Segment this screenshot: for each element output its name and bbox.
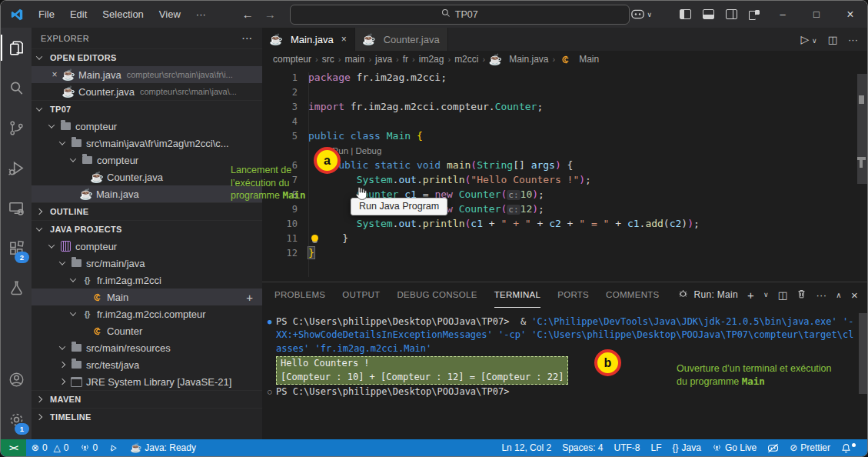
panel-more-icon[interactable]: ··· xyxy=(816,289,826,301)
code-line[interactable]: 3import fr.im2ag.m2cci.compteur.Counter; xyxy=(262,99,868,114)
jp-src-main-resources[interactable]: src/main/resources xyxy=(32,339,262,356)
split-editor-icon[interactable]: ◫ xyxy=(828,34,837,45)
prettier-status[interactable]: ⊘Prettier xyxy=(784,442,836,453)
indentation-status[interactable]: Spaces: 4 xyxy=(557,442,608,453)
tree-src-main-java-fr-im2ag-m2cci-c-[interactable]: src\main\java\fr\im2ag\m2cci\c... xyxy=(32,135,262,152)
terminal-dropdown-icon[interactable]: ∨ xyxy=(763,291,769,299)
maximize-panel-icon[interactable]: ∧ xyxy=(836,291,842,299)
breadcrumb-item[interactable]: java xyxy=(375,54,392,65)
code-line[interactable]: 10 System.out.println(c1 + " + " + c2 + … xyxy=(262,216,868,231)
jp-compteur[interactable]: compteur xyxy=(32,238,262,255)
close-tab-icon[interactable]: × xyxy=(341,34,347,45)
copilot-disabled-icon[interactable] xyxy=(762,443,784,453)
activity-settings[interactable]: 1 xyxy=(1,399,32,439)
menu-edit[interactable]: Edit xyxy=(63,6,94,22)
go-live-button[interactable]: Go Live xyxy=(707,442,762,454)
activity-run-debug[interactable] xyxy=(1,148,32,188)
toggle-secondary-sidebar-icon[interactable] xyxy=(720,4,743,25)
panel-tab-terminal[interactable]: TERMINAL xyxy=(494,282,541,308)
close-panel-icon[interactable]: × xyxy=(851,289,858,302)
breadcrumb-item[interactable]: im2ag xyxy=(419,54,444,65)
close-editor-icon[interactable]: × xyxy=(48,69,61,80)
activity-remote-explorer[interactable] xyxy=(1,188,32,228)
encoding-status[interactable]: UTF-8 xyxy=(609,442,646,453)
new-terminal-icon[interactable]: + xyxy=(747,289,754,302)
code-line[interactable]: 12} xyxy=(262,245,868,260)
jp-jre-system-library-javase-21-[interactable]: JRE System Library [JavaSE-21] xyxy=(32,373,262,390)
jp-fr-im2ag-m2cci-compteur[interactable]: {}fr.im2ag.m2cci.compteur xyxy=(32,305,262,322)
menu-file[interactable]: File xyxy=(32,6,62,22)
code-area[interactable]: 1package fr.im2ag.m2cci;23import fr.im2a… xyxy=(262,70,868,260)
lightbulb-icon[interactable] xyxy=(311,235,318,242)
tree-compteur[interactable]: compteur xyxy=(32,118,262,135)
menu-selection[interactable]: Selection xyxy=(95,6,150,22)
java-debug-icon[interactable] xyxy=(103,439,125,456)
forward-icon[interactable]: → xyxy=(264,8,276,21)
breadcrumb-item[interactable]: main xyxy=(344,54,364,65)
activity-testing[interactable] xyxy=(1,268,32,308)
panel-tab-problems[interactable]: PROBLEMS xyxy=(274,282,325,308)
toggle-primary-sidebar-icon[interactable] xyxy=(673,4,697,25)
code-line[interactable]: 2 xyxy=(262,85,868,99)
run-main-label[interactable]: Run: Main xyxy=(693,289,737,300)
activity-accounts[interactable] xyxy=(1,359,32,399)
copilot-icon[interactable]: ∨ xyxy=(631,9,652,19)
panel-tab-output[interactable]: OUTPUT xyxy=(342,282,380,308)
breadcrumb-item[interactable]: fr xyxy=(403,54,408,65)
problems-status[interactable]: ⊗0 △0 xyxy=(26,439,75,456)
kill-terminal-icon[interactable] xyxy=(796,289,806,302)
breadcrumb-item[interactable]: compteur xyxy=(273,54,311,65)
editor-more-icon[interactable]: ··· xyxy=(848,34,858,45)
open-editors-header[interactable]: OPEN EDITORS xyxy=(32,48,262,66)
java-projects-header[interactable]: JAVA PROJECTS xyxy=(32,220,262,238)
maximize-button[interactable]: □ xyxy=(800,1,833,28)
jp-main[interactable]: Main+ xyxy=(32,289,262,305)
minimize-button[interactable]: – xyxy=(766,1,800,28)
activity-source-control[interactable] xyxy=(1,108,32,148)
code-line[interactable]: Run | Debug xyxy=(262,143,868,158)
workspace-header[interactable]: TP07 xyxy=(32,100,262,118)
code-line[interactable]: 4 xyxy=(262,114,868,128)
code-line[interactable]: 1package fr.im2ag.m2cci; xyxy=(262,70,868,85)
toggle-panel-icon[interactable] xyxy=(697,4,720,25)
jp-src-test-java[interactable]: src/test/java xyxy=(32,356,262,373)
breadcrumb-item[interactable]: Main xyxy=(579,54,599,65)
panel-tab-comments[interactable]: COMMENTS xyxy=(606,282,659,308)
menu-moremoremore[interactable]: ··· xyxy=(189,6,213,22)
split-terminal-icon[interactable]: ◫ xyxy=(778,289,788,301)
maven-header[interactable]: MAVEN xyxy=(32,390,262,408)
breadcrumb-item[interactable]: src xyxy=(322,54,334,65)
menu-view[interactable]: View xyxy=(152,6,188,22)
panel-tab-ports[interactable]: PORTS xyxy=(557,282,589,308)
remote-indicator[interactable]: >< xyxy=(1,439,26,456)
cursor-position[interactable]: Ln 12, Col 2 xyxy=(496,442,557,453)
code-line[interactable]: 5public class Main { xyxy=(262,128,868,143)
activity-explorer[interactable] xyxy=(1,28,32,68)
code-line[interactable]: 11 } xyxy=(262,231,868,245)
tab-main-java[interactable]: ☕Main.java× xyxy=(262,28,355,51)
tree-compteur[interactable]: compteur xyxy=(32,152,262,168)
tree-main-java[interactable]: ☕Main.java xyxy=(32,185,262,202)
panel-tab-debug-console[interactable]: DEBUG CONSOLE xyxy=(397,282,477,308)
customize-layout-icon[interactable] xyxy=(743,4,766,25)
breadcrumb-item[interactable]: m2cci xyxy=(454,54,478,65)
command-center-search[interactable]: TP07 xyxy=(290,5,630,25)
open-editor-item[interactable]: ☕Counter.javacompteur\src\main\java\... xyxy=(32,83,262,100)
breadcrumb-item[interactable]: Main.java xyxy=(509,54,548,65)
eol-status[interactable]: LF xyxy=(646,442,667,453)
code-line[interactable]: 6 public static void main(String[] args)… xyxy=(262,158,868,172)
activity-search[interactable] xyxy=(1,68,32,108)
timeline-header[interactable]: TIMELINE xyxy=(32,408,262,425)
close-button[interactable]: × xyxy=(833,1,867,28)
back-icon[interactable]: ← xyxy=(242,8,254,21)
tab-counter-java[interactable]: ☕Counter.java xyxy=(355,28,448,51)
open-editor-item[interactable]: ×☕Main.javacompteur\src\main\java\fr\i..… xyxy=(32,66,262,83)
outline-header[interactable]: OUTLINE xyxy=(32,202,262,220)
jp-fr-im2ag-m2cci[interactable]: {}fr.im2ag.m2cci xyxy=(32,272,262,289)
notifications-bell-icon[interactable] xyxy=(836,443,861,453)
jp-src-main-java[interactable]: src/main/java xyxy=(32,255,262,272)
tree-counter-java[interactable]: ☕Counter.java xyxy=(32,168,262,185)
language-status[interactable]: {}Java xyxy=(667,442,707,453)
new-file-icon[interactable]: + xyxy=(246,291,253,304)
ports-status[interactable]: 0 xyxy=(75,439,104,456)
